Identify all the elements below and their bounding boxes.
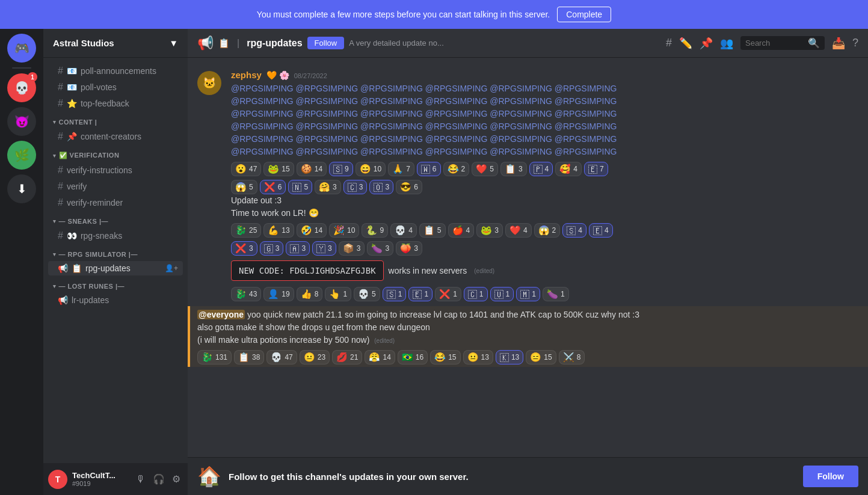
reaction[interactable]: 🇴3 (369, 180, 393, 194)
channel-name: poll-announcements (81, 66, 156, 76)
reaction[interactable]: 📦3 (339, 241, 365, 256)
server-icon-green[interactable]: 🌿 (7, 141, 36, 170)
reaction[interactable]: 💀5 (354, 287, 380, 301)
reaction[interactable]: 😐13 (463, 350, 493, 364)
reaction[interactable]: ❌1 (435, 287, 461, 301)
reaction[interactable]: 🇪1 (408, 287, 432, 301)
inbox-icon[interactable]: 📥 (832, 37, 845, 50)
reaction[interactable]: 🤗3 (315, 180, 341, 194)
reaction[interactable]: 😮47 (231, 162, 261, 176)
channel-verify-reminder[interactable]: # verify-reminder (48, 195, 183, 211)
home-server-icon[interactable]: 🎮 (7, 34, 36, 63)
reaction[interactable]: 😱2 (534, 223, 561, 238)
reaction[interactable]: 📋5 (419, 223, 446, 238)
channel-content-creators[interactable]: # 📌 content-creators (48, 129, 183, 144)
reaction[interactable]: 😑15 (526, 350, 556, 364)
help-icon[interactable]: ? (852, 37, 858, 49)
reaction[interactable]: 🇲1 (516, 287, 540, 301)
reaction[interactable]: 🇪4 (589, 223, 613, 238)
category-lost-runes[interactable]: ▾ — LOST RUNES |— (43, 280, 188, 292)
reaction[interactable]: 😱5 (231, 180, 257, 194)
pin-icon[interactable]: 📌 (700, 37, 713, 50)
channel-verify[interactable]: # verify (48, 179, 183, 194)
reaction[interactable]: ❌3 (231, 241, 257, 256)
reaction[interactable]: 🍪14 (297, 162, 327, 176)
reaction[interactable]: 😎6 (396, 180, 422, 194)
message-header: zephsy 🧡 🌸 08/27/2022 (231, 70, 858, 80)
reaction[interactable]: 😂2 (443, 162, 470, 176)
slash-icon[interactable]: ✏️ (679, 37, 692, 50)
mute-button[interactable]: 🎙 (134, 471, 148, 487)
reaction[interactable]: 🇰13 (496, 350, 523, 364)
server-icon-dark[interactable]: 😈 (7, 107, 36, 136)
reaction[interactable]: 💪13 (263, 223, 294, 238)
search-input[interactable] (745, 38, 804, 48)
reaction[interactable]: 🇨3 (343, 180, 368, 194)
reaction[interactable]: 🍆1 (543, 287, 569, 301)
reaction[interactable]: 🐍9 (362, 223, 388, 238)
category-sneaks[interactable]: ▾ — SNEAKS |— (43, 215, 188, 227)
reaction[interactable]: 😂15 (430, 350, 460, 364)
reaction[interactable]: 🙏7 (388, 162, 414, 176)
reaction[interactable]: 🐉43 (231, 287, 261, 301)
reaction[interactable]: 🇾3 (312, 241, 336, 256)
reaction[interactable]: 🇧🇷16 (398, 350, 428, 364)
reaction[interactable]: 🐉25 (231, 223, 261, 238)
channel-lr-updates[interactable]: 📢 lr-updates (48, 293, 183, 307)
reaction[interactable]: 🤣14 (297, 223, 327, 238)
channel-verify-instructions[interactable]: # verify-instructions (48, 162, 183, 178)
reaction[interactable]: 🇼6 (417, 162, 441, 176)
category-rpg-simulator[interactable]: ▾ — RPG SIMULATOR |— (43, 248, 188, 260)
server-icon-red[interactable]: 💀 1 (7, 73, 36, 102)
reaction[interactable]: ⚔️8 (559, 350, 585, 364)
reaction[interactable]: 😐23 (300, 350, 330, 364)
reaction[interactable]: 🇪7 (584, 162, 608, 176)
reaction[interactable]: 🍆3 (367, 241, 393, 256)
reaction[interactable]: 🥰4 (555, 162, 582, 176)
reaction[interactable]: 🇳5 (288, 180, 312, 194)
channel-rpg-updates[interactable]: 📢 📋 rpg-updates 👤+ (48, 261, 183, 275)
complete-button[interactable]: Complete (557, 7, 611, 22)
category-verification[interactable]: ▾ ✅ VERIFICATION (43, 149, 188, 162)
reaction[interactable]: ❌6 (260, 180, 286, 194)
reaction[interactable]: 🇸9 (329, 162, 353, 176)
reaction[interactable]: 👆1 (325, 287, 351, 301)
reaction[interactable]: 🇸1 (383, 287, 407, 301)
reaction[interactable]: 🐉131 (197, 350, 232, 364)
follow-banner-button[interactable]: Follow (803, 466, 858, 487)
reaction[interactable]: 🇨1 (464, 287, 488, 301)
reaction[interactable]: 😄10 (356, 162, 386, 176)
settings-button[interactable]: ⚙ (170, 471, 183, 487)
reaction[interactable]: 💀4 (390, 223, 417, 238)
reaction[interactable]: 💋21 (332, 350, 362, 364)
reaction[interactable]: 👤19 (263, 287, 294, 301)
reaction[interactable]: 📋38 (234, 350, 264, 364)
server-header[interactable]: Astral Studios ▼ (43, 29, 188, 58)
channel-poll-announcements[interactable]: # 📧 poll-announcements (48, 63, 183, 79)
reaction[interactable]: ❤️4 (505, 223, 532, 238)
reaction[interactable]: 👍8 (297, 287, 323, 301)
deafen-button[interactable]: 🎧 (150, 471, 167, 487)
reaction[interactable]: 🐸3 (476, 223, 503, 238)
category-content[interactable]: ▾ CONTENT | (43, 116, 188, 128)
reaction[interactable]: 🎉10 (329, 223, 359, 238)
reaction[interactable]: 😤14 (365, 350, 395, 364)
reaction[interactable]: 📋3 (500, 162, 527, 176)
reaction[interactable]: 🇦3 (286, 241, 310, 256)
channel-rpg-sneaks[interactable]: # 👀 rpg-sneaks (48, 228, 183, 244)
reaction[interactable]: 🐸15 (263, 162, 294, 176)
reaction[interactable]: 🍎4 (448, 223, 475, 238)
reaction[interactable]: 🇵4 (529, 162, 553, 176)
reaction[interactable]: 🇸4 (562, 223, 586, 238)
reaction[interactable]: 🍑3 (396, 241, 422, 256)
reaction[interactable]: 💀47 (266, 350, 297, 364)
reaction[interactable]: 🇺1 (490, 287, 514, 301)
server-icon-download[interactable]: ⬇ (7, 174, 36, 203)
reaction[interactable]: ❤️5 (472, 162, 498, 176)
members-icon[interactable]: 👥 (720, 37, 733, 50)
channel-top-feedback[interactable]: # ⭐ top-feedback (48, 96, 183, 111)
reaction[interactable]: 🇬3 (260, 241, 284, 256)
channel-follow-button[interactable]: Follow (307, 37, 345, 49)
channel-poll-votes[interactable]: # 📧 poll-votes (48, 79, 183, 95)
hashtag-icon[interactable]: # (666, 37, 672, 49)
